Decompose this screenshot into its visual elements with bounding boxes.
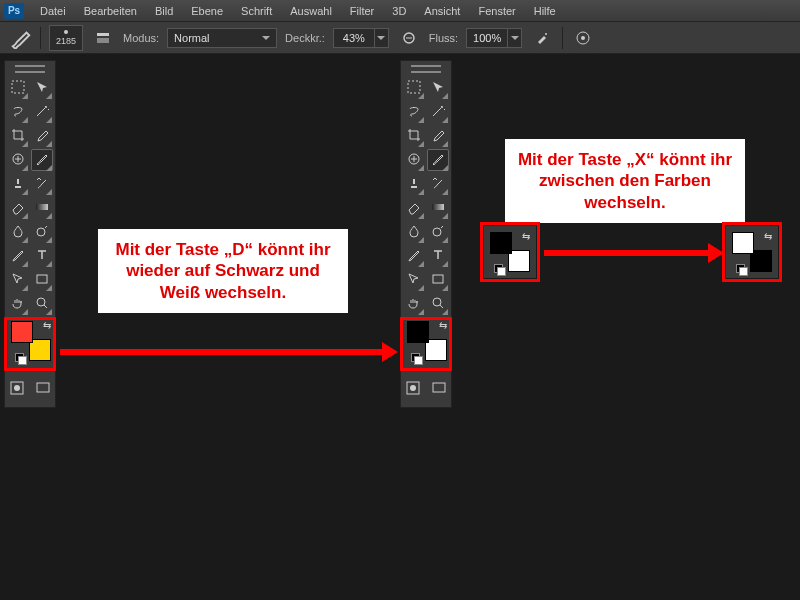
swap-colors-icon: ⇆: [522, 231, 530, 242]
separator: [562, 27, 563, 49]
svg-rect-19: [432, 204, 444, 210]
annotation-arrow: [544, 250, 710, 256]
default-colors-icon: [494, 264, 504, 274]
tool-brush[interactable]: [427, 149, 449, 171]
tool-stamp[interactable]: [403, 173, 425, 195]
screenmode-toggle[interactable]: [430, 377, 448, 399]
tool-marquee[interactable]: [403, 77, 425, 99]
default-colors-icon[interactable]: [411, 353, 421, 363]
tool-zoom[interactable]: [427, 293, 449, 315]
tool-gradient[interactable]: [31, 197, 53, 219]
svg-rect-25: [433, 383, 445, 392]
tool-path-select[interactable]: [7, 269, 29, 291]
tool-healing[interactable]: [403, 149, 425, 171]
menu-ebene[interactable]: Ebene: [183, 3, 231, 19]
svg-rect-11: [37, 275, 47, 283]
tool-type[interactable]: [31, 245, 53, 267]
tool-pen[interactable]: [403, 245, 425, 267]
menu-bar: Ps Datei Bearbeiten Bild Ebene Schrift A…: [0, 0, 800, 22]
svg-rect-1: [97, 38, 109, 43]
pressure-opacity-toggle[interactable]: [397, 27, 421, 49]
tool-path-select[interactable]: [403, 269, 425, 291]
pressure-size-toggle[interactable]: [571, 27, 595, 49]
tool-brush[interactable]: [31, 149, 53, 171]
svg-point-10: [37, 228, 45, 236]
menu-auswahl[interactable]: Auswahl: [282, 3, 340, 19]
tool-grid: [404, 77, 448, 315]
panel-grip-icon[interactable]: [411, 65, 441, 73]
tool-lasso[interactable]: [7, 101, 29, 123]
tool-stamp[interactable]: [7, 173, 29, 195]
swap-colors-icon: ⇆: [764, 231, 772, 242]
menu-hilfe[interactable]: Hilfe: [526, 3, 564, 19]
tool-marquee[interactable]: [7, 77, 29, 99]
tool-rectangle[interactable]: [427, 269, 449, 291]
menu-fenster[interactable]: Fenster: [470, 3, 523, 19]
menu-schrift[interactable]: Schrift: [233, 3, 280, 19]
tool-type[interactable]: [427, 245, 449, 267]
flow-dropdown[interactable]: [508, 28, 522, 48]
brush-tool-icon[interactable]: [10, 27, 32, 49]
menu-datei[interactable]: Datei: [32, 3, 74, 19]
svg-point-12: [37, 298, 45, 306]
tool-eyedropper[interactable]: [31, 125, 53, 147]
opacity-dropdown[interactable]: [375, 28, 389, 48]
app-logo: Ps: [4, 3, 24, 19]
brush-preset-picker[interactable]: 2185: [49, 25, 83, 51]
tool-gradient[interactable]: [427, 197, 449, 219]
tool-move[interactable]: [427, 77, 449, 99]
color-swatches-middle[interactable]: ⇆: [404, 321, 448, 367]
tool-eraser[interactable]: [403, 197, 425, 219]
svg-point-24: [410, 385, 416, 391]
workspace: ⇆ ⇆ Mit der Taste „D“ könnt ihr wieder a…: [0, 54, 800, 600]
tool-healing[interactable]: [7, 149, 29, 171]
menu-3d[interactable]: 3D: [384, 3, 414, 19]
tool-move[interactable]: [31, 77, 53, 99]
tool-history-brush[interactable]: [31, 173, 53, 195]
menu-bild[interactable]: Bild: [147, 3, 181, 19]
panel-grip-icon[interactable]: [15, 65, 45, 73]
foreground-color-swatch: [490, 232, 512, 254]
quickmask-toggle[interactable]: [8, 377, 26, 399]
tool-crop[interactable]: [7, 125, 29, 147]
menu-ansicht[interactable]: Ansicht: [416, 3, 468, 19]
tool-dodge[interactable]: [427, 221, 449, 243]
tool-crop[interactable]: [403, 125, 425, 147]
color-swatches-left[interactable]: ⇆: [8, 321, 52, 367]
airbrush-toggle[interactable]: [530, 27, 554, 49]
tool-history-brush[interactable]: [427, 173, 449, 195]
foreground-color-swatch[interactable]: [11, 321, 33, 343]
mode-label: Modus:: [123, 32, 159, 44]
tool-magic-wand[interactable]: [31, 101, 53, 123]
tool-hand[interactable]: [7, 293, 29, 315]
opacity-input[interactable]: 43%: [333, 28, 375, 48]
screenmode-toggle[interactable]: [34, 377, 52, 399]
tool-rectangle[interactable]: [31, 269, 53, 291]
default-colors-icon: [736, 264, 746, 274]
brush-panel-toggle[interactable]: [91, 27, 115, 49]
annotation-arrow: [60, 349, 384, 355]
menu-bearbeiten[interactable]: Bearbeiten: [76, 3, 145, 19]
swap-colors-icon[interactable]: ⇆: [43, 320, 51, 331]
tool-blur[interactable]: [7, 221, 29, 243]
tool-zoom[interactable]: [31, 293, 53, 315]
tool-blur[interactable]: [403, 221, 425, 243]
default-colors-icon[interactable]: [15, 353, 25, 363]
swap-colors-icon[interactable]: ⇆: [439, 320, 447, 331]
svg-point-14: [14, 385, 20, 391]
svg-rect-6: [12, 81, 24, 93]
flow-input[interactable]: 100%: [466, 28, 508, 48]
quickmask-toggle[interactable]: [404, 377, 422, 399]
menu-filter[interactable]: Filter: [342, 3, 382, 19]
tool-magic-wand[interactable]: [427, 101, 449, 123]
blend-mode-select[interactable]: Normal: [167, 28, 277, 48]
tool-pen[interactable]: [7, 245, 29, 267]
svg-point-7: [45, 106, 47, 108]
foreground-color-swatch[interactable]: [407, 321, 429, 343]
tool-eraser[interactable]: [7, 197, 29, 219]
tool-eyedropper[interactable]: [427, 125, 449, 147]
tool-hand[interactable]: [403, 293, 425, 315]
tool-lasso[interactable]: [403, 101, 425, 123]
tool-dodge[interactable]: [31, 221, 53, 243]
flow-label: Fluss:: [429, 32, 458, 44]
